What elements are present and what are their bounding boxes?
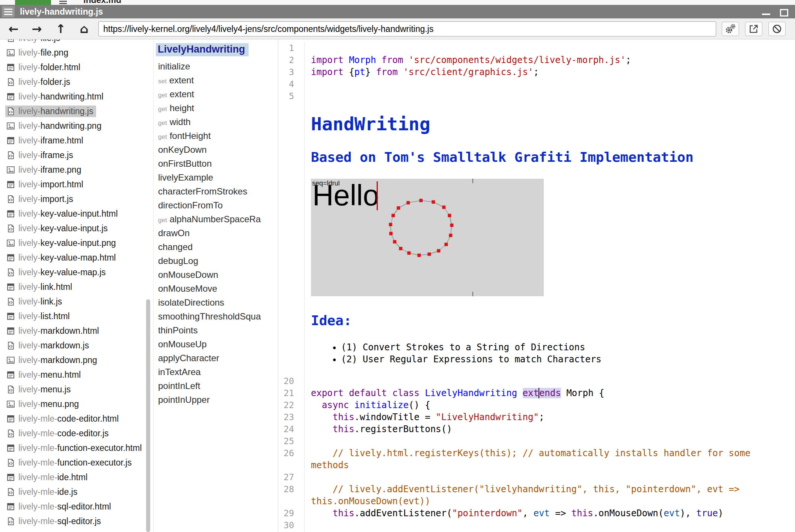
back-button[interactable]: ← <box>5 21 23 36</box>
file-list-item[interactable]: lively-mle-sql-editor.js <box>0 514 153 529</box>
file-list-item[interactable]: lively-handwriting.png <box>0 119 153 133</box>
code-line[interactable]: async initialize() { <box>305 399 777 411</box>
file-list-item[interactable]: lively-menu.png <box>0 397 153 411</box>
code-line[interactable] <box>305 435 777 447</box>
window-titlebar[interactable]: lively-handwriting.js <box>0 5 795 18</box>
file-list-item[interactable]: lively-mle-sql-editor.html <box>0 499 153 514</box>
file-list-item[interactable]: lively-iframe.html <box>0 133 153 148</box>
file-list-item[interactable]: lively-mle-function-executor.html <box>0 441 153 455</box>
file-list-item[interactable]: lively-markdown.js <box>0 338 153 353</box>
outline-method-item[interactable]: getextent <box>154 87 278 101</box>
up-button[interactable]: ↑ <box>52 21 70 36</box>
file-list-item[interactable]: lively-link.js <box>0 294 153 309</box>
file-list-item[interactable]: lively-mle-function-executor.js <box>0 455 153 470</box>
file-list-item[interactable]: lively-list.html <box>0 309 153 324</box>
code-line[interactable] <box>305 42 777 54</box>
minimize-button[interactable] <box>761 7 771 17</box>
js-file-icon <box>6 151 15 160</box>
file-list-item[interactable]: lively-mle-ide.html <box>0 470 153 485</box>
method-name: alphaNumberSpaceRa <box>170 214 261 224</box>
gutter-line-number: 26 <box>278 447 305 471</box>
code-line[interactable]: import Morph from 'src/components/widget… <box>305 54 777 66</box>
outline-method-item[interactable]: smoothingThresholdSqua <box>154 309 278 323</box>
markdown-bullet-list: (1) Convert Strokes to a String of Direc… <box>311 341 784 365</box>
outline-method-item[interactable]: drawOn <box>154 226 278 240</box>
outline-method-item[interactable]: livelyExample <box>154 170 278 184</box>
code-line[interactable] <box>305 90 777 102</box>
outline-method-item[interactable]: thinPoints <box>154 323 278 337</box>
file-list-item[interactable]: lively-file.png <box>0 45 153 60</box>
settings-button[interactable] <box>722 22 739 36</box>
file-list-item[interactable]: lively-iframe.png <box>0 163 153 177</box>
file-list-item[interactable]: lively-key-value-map.html <box>0 250 153 265</box>
file-list-item[interactable]: lively-folder.js <box>0 75 153 89</box>
outline-method-item[interactable]: pointInUpper <box>154 393 278 407</box>
code-line[interactable]: this.windowTitle = "LivelyHandwriting"; <box>305 411 777 423</box>
outline-method-item[interactable]: pointInLeft <box>154 379 278 393</box>
outline-method-item[interactable]: changed <box>154 240 278 254</box>
code-line[interactable] <box>305 471 777 483</box>
circle-slash-icon <box>772 24 782 34</box>
outline-method-item[interactable]: getheight <box>154 101 278 115</box>
outline-method-item[interactable]: getalphaNumberSpaceRa <box>154 212 278 226</box>
window-menu-button[interactable] <box>2 6 15 17</box>
outline-method-item[interactable]: directionFromTo <box>154 198 278 212</box>
file-list-item[interactable]: lively-menu.html <box>0 368 153 382</box>
method-name: directionFromTo <box>158 200 223 210</box>
outline-class-name[interactable]: LivelyHandwriting <box>156 43 249 56</box>
outline-method-item[interactable]: getfontHeight <box>154 129 278 143</box>
file-panel-scrollbar-thumb[interactable] <box>146 299 150 532</box>
file-list-item[interactable]: lively-folder.html <box>0 60 153 75</box>
code-line[interactable] <box>305 375 777 387</box>
outline-method-item[interactable]: setextent <box>154 73 278 87</box>
outline-method-item[interactable]: characterFromStrokes <box>154 184 278 198</box>
file-list-item[interactable]: lively-markdown.png <box>0 353 153 368</box>
file-name: lively-markdown.png <box>18 355 97 365</box>
file-list-item[interactable]: lively-iframe.js <box>0 148 153 163</box>
code-line[interactable]: export default class LivelyHandwriting e… <box>305 387 777 399</box>
file-list-item[interactable]: lively-file.js <box>0 39 153 45</box>
code-line[interactable] <box>305 78 777 90</box>
file-list-item[interactable]: lively-mle-code-editor.html <box>0 411 153 426</box>
file-list-item[interactable]: lively-handwriting.js <box>0 104 153 119</box>
file-list-item[interactable]: lively-menu.js <box>0 382 153 397</box>
code-line[interactable]: // lively.addEventListener("livelyhandwr… <box>305 483 777 507</box>
forward-button[interactable]: → <box>28 21 46 36</box>
outline-method-item[interactable]: onKeyDown <box>154 143 278 157</box>
file-list-item[interactable]: lively-markdown.html <box>0 324 153 338</box>
file-list-item[interactable]: lively-key-value-input.js <box>0 221 153 236</box>
open-external-button[interactable] <box>745 22 762 36</box>
outline-method-item[interactable]: inTextArea <box>154 365 278 379</box>
file-type-icon <box>6 253 15 262</box>
block-button[interactable] <box>768 22 786 36</box>
code-line[interactable]: import {pt} from 'src/client/graphics.js… <box>305 66 777 78</box>
maximize-button[interactable] <box>779 7 789 17</box>
outline-method-item[interactable]: onMouseMove <box>154 282 278 295</box>
file-list-item[interactable]: lively-mle-ide.js <box>0 485 153 499</box>
background-window-titlebar[interactable]: index.md <box>0 0 795 5</box>
maximize-icon <box>780 9 788 17</box>
outline-method-item[interactable]: getwidth <box>154 115 278 129</box>
file-list-item[interactable]: lively-import.html <box>0 177 153 192</box>
code-line[interactable]: // lively.html.registerKeys(this); // au… <box>305 447 777 471</box>
file-list-item[interactable]: lively-key-value-map.js <box>0 265 153 280</box>
code-line[interactable] <box>305 519 777 531</box>
file-list-item[interactable]: lively-link.html <box>0 280 153 294</box>
outline-method-item[interactable]: isolateDirections <box>154 295 278 309</box>
outline-method-item[interactable]: initialize <box>154 59 278 73</box>
outline-method-item[interactable]: applyCharacter <box>154 351 278 365</box>
file-list-item[interactable]: lively-handwriting.html <box>0 89 153 104</box>
file-list-item[interactable]: lively-key-value-input.png <box>0 236 153 250</box>
code-line[interactable]: this.registerButtons() <box>305 423 777 435</box>
code-line[interactable]: this.addEventListener("pointerdown", evt… <box>305 507 777 519</box>
url-input[interactable] <box>98 21 716 36</box>
outline-method-item[interactable]: debugLog <box>154 254 278 268</box>
file-list-item[interactable]: lively-key-value-input.html <box>0 206 153 221</box>
home-button[interactable]: ⌂ <box>75 21 93 36</box>
outline-method-item[interactable]: onMouseDown <box>154 268 278 282</box>
file-name: lively-key-value-map.html <box>18 253 116 263</box>
file-list-item[interactable]: lively-mle-code-editor.js <box>0 426 153 441</box>
file-list-item[interactable]: lively-import.js <box>0 192 153 206</box>
outline-method-item[interactable]: onFirstButton <box>154 157 278 170</box>
outline-method-item[interactable]: onMouseUp <box>154 337 278 351</box>
